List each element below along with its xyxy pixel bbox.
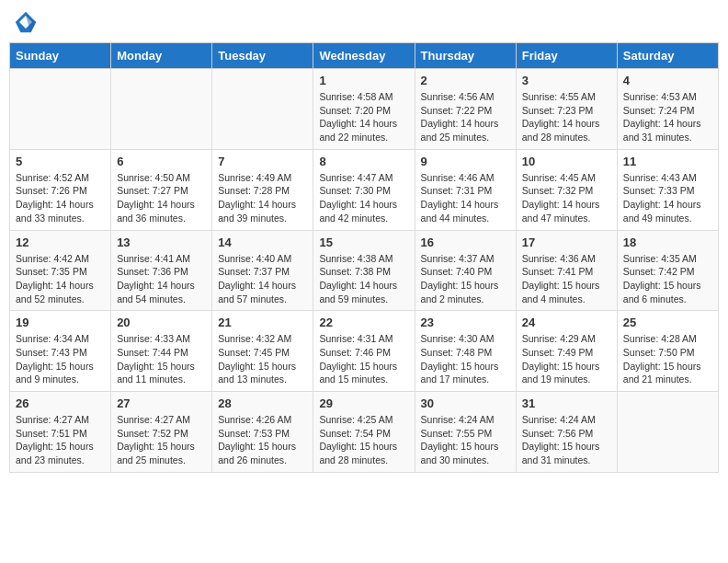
calendar-cell	[10, 69, 111, 150]
day-info: Sunrise: 4:24 AMSunset: 7:55 PMDaylight:…	[421, 413, 510, 467]
day-number: 5	[16, 155, 105, 168]
day-number: 26	[16, 396, 105, 410]
day-info: Sunrise: 4:29 AMSunset: 7:49 PMDaylight:…	[522, 332, 611, 386]
day-info: Sunrise: 4:40 AMSunset: 7:37 PMDaylight:…	[218, 252, 307, 306]
day-number: 12	[16, 236, 105, 249]
calendar-cell: 26Sunrise: 4:27 AMSunset: 7:51 PMDayligh…	[10, 392, 111, 473]
calendar-cell	[111, 69, 212, 150]
calendar-cell: 3Sunrise: 4:55 AMSunset: 7:23 PMDaylight…	[516, 69, 617, 150]
calendar-cell: 2Sunrise: 4:56 AMSunset: 7:22 PMDaylight…	[415, 69, 516, 150]
weekday-header-row: SundayMondayTuesdayWednesdayThursdayFrid…	[10, 43, 719, 69]
day-info: Sunrise: 4:58 AMSunset: 7:20 PMDaylight:…	[319, 90, 408, 144]
day-number: 28	[218, 396, 307, 410]
weekday-header: Saturday	[617, 43, 718, 69]
weekday-header: Thursday	[415, 43, 516, 69]
calendar-cell: 24Sunrise: 4:29 AMSunset: 7:49 PMDayligh…	[516, 311, 617, 392]
calendar-cell: 11Sunrise: 4:43 AMSunset: 7:33 PMDayligh…	[617, 149, 718, 230]
day-info: Sunrise: 4:36 AMSunset: 7:41 PMDaylight:…	[522, 252, 611, 306]
day-info: Sunrise: 4:43 AMSunset: 7:33 PMDaylight:…	[623, 171, 712, 225]
day-info: Sunrise: 4:32 AMSunset: 7:45 PMDaylight:…	[218, 332, 307, 386]
day-info: Sunrise: 4:49 AMSunset: 7:28 PMDaylight:…	[218, 171, 307, 225]
day-number: 15	[319, 236, 408, 249]
calendar-cell: 30Sunrise: 4:24 AMSunset: 7:55 PMDayligh…	[415, 392, 516, 473]
day-number: 4	[623, 74, 712, 87]
day-info: Sunrise: 4:27 AMSunset: 7:51 PMDaylight:…	[16, 413, 105, 467]
calendar-cell: 31Sunrise: 4:24 AMSunset: 7:56 PMDayligh…	[516, 392, 617, 473]
calendar-week-row: 19Sunrise: 4:34 AMSunset: 7:43 PMDayligh…	[10, 311, 719, 392]
weekday-header: Tuesday	[212, 43, 313, 69]
day-number: 16	[421, 236, 510, 249]
calendar-cell: 19Sunrise: 4:34 AMSunset: 7:43 PMDayligh…	[10, 311, 111, 392]
day-number: 1	[319, 74, 408, 87]
day-info: Sunrise: 4:46 AMSunset: 7:31 PMDaylight:…	[421, 171, 510, 225]
calendar-cell: 7Sunrise: 4:49 AMSunset: 7:28 PMDaylight…	[212, 149, 313, 230]
calendar-cell: 18Sunrise: 4:35 AMSunset: 7:42 PMDayligh…	[617, 230, 718, 311]
page-header	[9, 9, 719, 35]
day-info: Sunrise: 4:37 AMSunset: 7:40 PMDaylight:…	[421, 252, 510, 306]
day-number: 21	[218, 316, 307, 329]
day-number: 9	[421, 155, 510, 168]
weekday-header: Wednesday	[313, 43, 415, 69]
day-number: 20	[117, 316, 206, 329]
day-number: 13	[117, 236, 206, 249]
calendar-cell: 13Sunrise: 4:41 AMSunset: 7:36 PMDayligh…	[111, 230, 212, 311]
day-number: 3	[522, 74, 611, 87]
calendar-cell: 16Sunrise: 4:37 AMSunset: 7:40 PMDayligh…	[415, 230, 516, 311]
calendar-cell: 27Sunrise: 4:27 AMSunset: 7:52 PMDayligh…	[111, 392, 212, 473]
calendar-cell: 12Sunrise: 4:42 AMSunset: 7:35 PMDayligh…	[10, 230, 111, 311]
day-number: 31	[522, 396, 611, 410]
calendar-week-row: 1Sunrise: 4:58 AMSunset: 7:20 PMDaylight…	[10, 69, 719, 150]
weekday-header: Monday	[111, 43, 212, 69]
calendar-cell: 23Sunrise: 4:30 AMSunset: 7:48 PMDayligh…	[415, 311, 516, 392]
day-number: 18	[623, 236, 712, 249]
day-info: Sunrise: 4:34 AMSunset: 7:43 PMDaylight:…	[16, 332, 105, 386]
calendar-cell: 14Sunrise: 4:40 AMSunset: 7:37 PMDayligh…	[212, 230, 313, 311]
day-info: Sunrise: 4:24 AMSunset: 7:56 PMDaylight:…	[522, 413, 611, 467]
calendar-cell: 21Sunrise: 4:32 AMSunset: 7:45 PMDayligh…	[212, 311, 313, 392]
day-info: Sunrise: 4:56 AMSunset: 7:22 PMDaylight:…	[421, 90, 510, 144]
day-info: Sunrise: 4:28 AMSunset: 7:50 PMDaylight:…	[623, 332, 712, 386]
calendar-cell: 17Sunrise: 4:36 AMSunset: 7:41 PMDayligh…	[516, 230, 617, 311]
weekday-header: Friday	[516, 43, 617, 69]
calendar-cell: 8Sunrise: 4:47 AMSunset: 7:30 PMDaylight…	[313, 149, 415, 230]
day-info: Sunrise: 4:38 AMSunset: 7:38 PMDaylight:…	[319, 252, 408, 306]
calendar-cell: 29Sunrise: 4:25 AMSunset: 7:54 PMDayligh…	[313, 392, 415, 473]
calendar-cell: 22Sunrise: 4:31 AMSunset: 7:46 PMDayligh…	[313, 311, 415, 392]
day-info: Sunrise: 4:35 AMSunset: 7:42 PMDaylight:…	[623, 252, 712, 306]
day-info: Sunrise: 4:26 AMSunset: 7:53 PMDaylight:…	[218, 413, 307, 467]
calendar-cell: 6Sunrise: 4:50 AMSunset: 7:27 PMDaylight…	[111, 149, 212, 230]
day-number: 19	[16, 316, 105, 329]
day-info: Sunrise: 4:53 AMSunset: 7:24 PMDaylight:…	[623, 90, 712, 144]
calendar-cell: 15Sunrise: 4:38 AMSunset: 7:38 PMDayligh…	[313, 230, 415, 311]
day-info: Sunrise: 4:52 AMSunset: 7:26 PMDaylight:…	[16, 171, 105, 225]
day-number: 27	[117, 396, 206, 410]
day-info: Sunrise: 4:33 AMSunset: 7:44 PMDaylight:…	[117, 332, 206, 386]
day-info: Sunrise: 4:45 AMSunset: 7:32 PMDaylight:…	[522, 171, 611, 225]
calendar-cell: 20Sunrise: 4:33 AMSunset: 7:44 PMDayligh…	[111, 311, 212, 392]
weekday-header: Sunday	[10, 43, 111, 69]
day-info: Sunrise: 4:25 AMSunset: 7:54 PMDaylight:…	[319, 413, 408, 467]
day-number: 10	[522, 155, 611, 168]
day-number: 29	[319, 396, 408, 410]
day-number: 30	[421, 396, 510, 410]
calendar-cell: 28Sunrise: 4:26 AMSunset: 7:53 PMDayligh…	[212, 392, 313, 473]
calendar-cell: 10Sunrise: 4:45 AMSunset: 7:32 PMDayligh…	[516, 149, 617, 230]
day-info: Sunrise: 4:41 AMSunset: 7:36 PMDaylight:…	[117, 252, 206, 306]
day-info: Sunrise: 4:31 AMSunset: 7:46 PMDaylight:…	[319, 332, 408, 386]
calendar-cell	[212, 69, 313, 150]
day-number: 6	[117, 155, 206, 168]
calendar-cell: 9Sunrise: 4:46 AMSunset: 7:31 PMDaylight…	[415, 149, 516, 230]
calendar-cell: 1Sunrise: 4:58 AMSunset: 7:20 PMDaylight…	[313, 69, 415, 150]
day-info: Sunrise: 4:50 AMSunset: 7:27 PMDaylight:…	[117, 171, 206, 225]
calendar-week-row: 5Sunrise: 4:52 AMSunset: 7:26 PMDaylight…	[10, 149, 719, 230]
calendar-cell: 25Sunrise: 4:28 AMSunset: 7:50 PMDayligh…	[617, 311, 718, 392]
day-info: Sunrise: 4:55 AMSunset: 7:23 PMDaylight:…	[522, 90, 611, 144]
logo	[13, 9, 42, 35]
day-info: Sunrise: 4:30 AMSunset: 7:48 PMDaylight:…	[421, 332, 510, 386]
day-info: Sunrise: 4:47 AMSunset: 7:30 PMDaylight:…	[319, 171, 408, 225]
calendar-cell: 5Sunrise: 4:52 AMSunset: 7:26 PMDaylight…	[10, 149, 111, 230]
day-number: 14	[218, 236, 307, 249]
calendar-cell: 4Sunrise: 4:53 AMSunset: 7:24 PMDaylight…	[617, 69, 718, 150]
day-number: 7	[218, 155, 307, 168]
day-number: 8	[319, 155, 408, 168]
